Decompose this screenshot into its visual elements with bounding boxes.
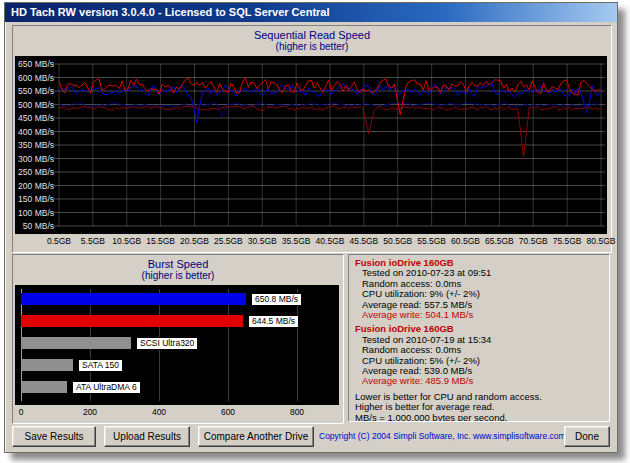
app-window: HD Tach RW version 3.0.4.0 - Licensed to… xyxy=(4,2,618,453)
average-write: Average write: 504.1 MB/s xyxy=(355,310,603,320)
results-panel: Fusion ioDrive 160GB Tested on 2010-07-2… xyxy=(348,254,610,422)
sequential-x-axis-labels: 0.5GB5.5GB10.5GB15.5GB20.5GB25.5GB30.5GB… xyxy=(15,236,607,249)
y-axis-tick-label: 150 MB/s xyxy=(18,194,54,204)
x-axis-tick-label: 30.5GB xyxy=(248,236,277,246)
sequential-read-svg: 650 MB/s600 MB/s550 MB/s500 MB/s450 MB/s… xyxy=(15,56,607,234)
bar-label: SCSI Ultra320 xyxy=(136,337,198,350)
bar-ata-ultradma-6 xyxy=(21,381,67,393)
y-axis-tick-label: 550 MB/s xyxy=(18,86,54,96)
x-axis-tick-label: 60.5GB xyxy=(451,236,480,246)
bar-label: SATA 150 xyxy=(78,359,123,372)
client-area: Sequential Read Speed (higher is better)… xyxy=(5,22,617,452)
title-bar[interactable]: HD Tach RW version 3.0.4.0 - Licensed to… xyxy=(5,3,617,22)
bar-650-8-mb-s xyxy=(21,293,246,305)
notes: Lower is better for CPU and random acces… xyxy=(355,392,603,422)
done-button[interactable]: Done xyxy=(564,426,610,447)
x-axis-tick-label: 0.5GB xyxy=(47,236,71,246)
x-axis-tick-label: 25.5GB xyxy=(214,236,243,246)
window-title: HD Tach RW version 3.0.4.0 - Licensed to… xyxy=(11,6,330,18)
x-axis-tick-label: 75.5GB xyxy=(553,236,582,246)
x-axis-tick-label: 40.5GB xyxy=(316,236,345,246)
burst-x-tick-label: 600 xyxy=(221,407,235,417)
save-results-button[interactable]: Save Results xyxy=(12,426,96,447)
y-axis-tick-label: 400 MB/s xyxy=(18,127,54,137)
average-write: Average write: 485.9 MB/s xyxy=(355,376,603,386)
x-axis-tick-label: 15.5GB xyxy=(146,236,175,246)
x-axis-tick-label: 80.5GB xyxy=(587,236,616,246)
burst-x-tick-label: 0 xyxy=(19,407,24,417)
result-block-1: Fusion ioDrive 160GB Tested on 2010-07-2… xyxy=(355,258,603,320)
grid-line-vertical xyxy=(228,289,229,401)
burst-speed-chart: Burst Speed (higher is better) 650.8 MB/… xyxy=(12,254,344,424)
y-axis-tick-label: 350 MB/s xyxy=(18,140,54,150)
burst-x-tick-label: 200 xyxy=(83,407,97,417)
x-axis-tick-label: 50.5GB xyxy=(383,236,412,246)
x-axis-tick-label: 10.5GB xyxy=(112,236,141,246)
x-axis-tick-label: 20.5GB xyxy=(180,236,209,246)
bar-644-5-mb-s xyxy=(21,315,243,327)
x-axis-tick-label: 65.5GB xyxy=(485,236,514,246)
bar-label: 650.8 MB/s xyxy=(251,293,302,306)
x-axis-tick-label: 55.5GB xyxy=(417,236,446,246)
note-mbs: MB/s = 1,000,000 bytes per second. xyxy=(355,413,603,422)
x-axis-tick-label: 70.5GB xyxy=(519,236,548,246)
y-axis-tick-label: 450 MB/s xyxy=(18,113,54,123)
x-axis-tick-label: 35.5GB xyxy=(282,236,311,246)
y-axis-tick-label: 600 MB/s xyxy=(18,73,54,83)
bar-label: 644.5 MB/s xyxy=(248,315,299,328)
y-axis-tick-label: 100 MB/s xyxy=(18,208,54,218)
burst-x-tick-label: 400 xyxy=(152,407,166,417)
burst-speed-plot: 650.8 MB/s644.5 MB/sSCSI Ultra320SATA 15… xyxy=(15,285,339,405)
x-axis-tick-label: 45.5GB xyxy=(349,236,378,246)
upload-results-button[interactable]: Upload Results xyxy=(104,426,190,447)
bar-scsi-ultra320 xyxy=(21,337,131,349)
y-axis-tick-label: 500 MB/s xyxy=(18,100,54,110)
sequential-chart-subtitle: (higher is better) xyxy=(13,41,611,53)
sequential-read-plot: 650 MB/s600 MB/s550 MB/s500 MB/s450 MB/s… xyxy=(15,56,607,234)
y-axis-tick-label: 50 MB/s xyxy=(23,221,54,231)
result-block-2: Fusion ioDrive 160GB Tested on 2010-07-1… xyxy=(355,324,603,386)
burst-x-axis-labels: 0200400600800 xyxy=(15,407,339,419)
bar-sata-150 xyxy=(21,359,73,371)
y-axis-tick-label: 650 MB/s xyxy=(18,59,54,69)
compare-another-drive-button[interactable]: Compare Another Drive xyxy=(198,426,314,447)
burst-chart-title: Burst Speed xyxy=(13,258,343,270)
burst-chart-subtitle: (higher is better) xyxy=(13,270,343,282)
sequential-chart-title: Sequential Read Speed xyxy=(13,29,611,41)
bar-label: ATA UltraDMA 6 xyxy=(72,381,141,394)
y-axis-tick-label: 250 MB/s xyxy=(18,167,54,177)
y-axis-tick-label: 300 MB/s xyxy=(18,154,54,164)
copyright-text: Copyright (C) 2004 Simpli Software, Inc.… xyxy=(319,426,566,447)
burst-x-tick-label: 800 xyxy=(290,407,304,417)
sequential-read-chart: Sequential Read Speed (higher is better)… xyxy=(12,25,612,253)
x-axis-tick-label: 5.5GB xyxy=(81,236,105,246)
y-axis-tick-label: 200 MB/s xyxy=(18,181,54,191)
